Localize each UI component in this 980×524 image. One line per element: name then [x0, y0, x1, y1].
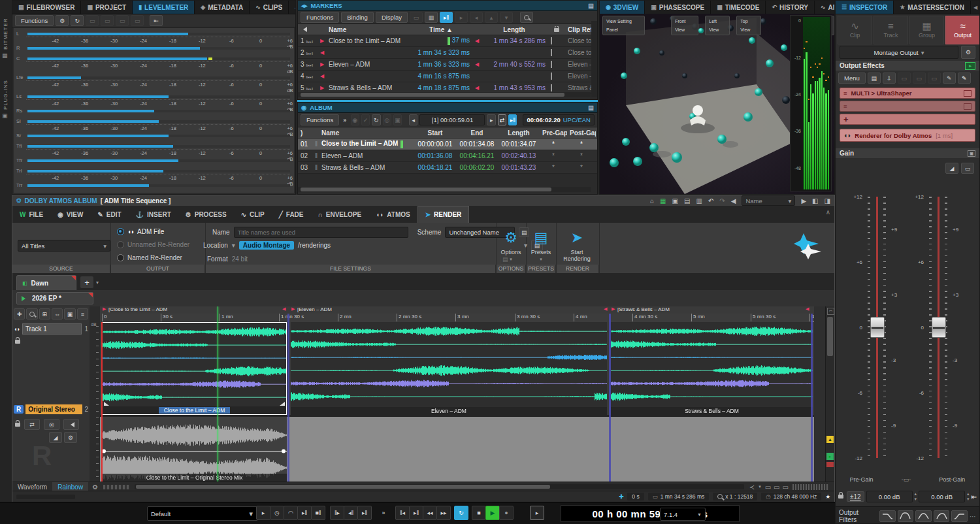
output-unnamed-radio[interactable]: Unnamed Re-Render — [117, 241, 189, 248]
redo-icon[interactable]: ↷ — [719, 197, 725, 205]
transport-play-before-cursor-button[interactable]: ◂‖ — [344, 506, 358, 520]
gain-link-handle-icon[interactable]: -▭- — [902, 476, 911, 483]
layout-left-icon[interactable]: ◧ — [812, 197, 818, 205]
view-mode-icon[interactable]: ▣ — [64, 308, 75, 319]
track2-settings-icon[interactable]: ⚙ — [64, 432, 77, 443]
transport-play-from-selection-button[interactable]: ‖▸ — [330, 506, 344, 520]
transport-more-transport-options-button[interactable]: » — [376, 506, 391, 520]
clone-window-icon[interactable]: ▣ — [672, 197, 678, 205]
location-chip[interactable]: Audio Montage — [239, 241, 294, 250]
effect-slot-empty[interactable]: ≡ — [840, 101, 975, 112]
plugins-rail-label[interactable]: PLUG-INS — [3, 64, 8, 110]
track2-lane[interactable]: Close to the Limit – Original Stereo Mix — [100, 417, 814, 482]
album-prev-title-icon[interactable]: ◂ — [409, 114, 417, 125]
status-scrollbar[interactable] — [16, 495, 75, 499]
tabbar-prev-icon[interactable]: ◀ — [973, 5, 977, 10]
effects-menu-button[interactable]: Menu — [838, 73, 866, 84]
markers-hscrollbar[interactable] — [298, 92, 591, 97]
effect-slot-ultrashaper[interactable]: ≡ MULTI > UltraShaper — [840, 88, 975, 99]
location-dropdown-icon[interactable]: ▾ — [232, 242, 235, 249]
ribbon-tab-clip[interactable]: ∿CLIP — [234, 206, 272, 223]
clip-close-to-the-limit-original-stereo-mix[interactable]: Close to the Limit – Original Stereo Mix — [102, 417, 287, 482]
renderer-dolby-atmos-slot[interactable]: ◖◗ Renderer for Dolby Atmos [1 ms] — [840, 129, 975, 142]
tab-inspector[interactable]: ☰INSPECTOR — [836, 1, 894, 14]
clip-eleven-adm[interactable]: Eleven – ADM — [291, 322, 607, 415]
render-name-input[interactable]: Title names are used — [234, 227, 408, 238]
effects-import-icon[interactable]: ⇩ — [883, 73, 896, 84]
scroll-top-icon[interactable]: ▭ — [827, 308, 834, 315]
view3d-btn-front-view[interactable]: Front View — [671, 16, 698, 35]
album-panel-menu-icon[interactable]: ▤ — [588, 104, 594, 111]
filter-band2-button[interactable] — [915, 510, 932, 522]
plugins-icon[interactable]: ▣ — [2, 112, 8, 119]
album-functions-button[interactable]: Functions — [301, 114, 339, 125]
filter-lowpass-button[interactable] — [879, 510, 896, 522]
levelmeter-functions-button[interactable]: Functions — [15, 15, 54, 26]
gain-lock-icon[interactable] — [838, 495, 843, 499]
track2-speaker-icon[interactable] — [63, 419, 79, 430]
montage-content[interactable]: [Close to the Limit – ADM▶[Eleven – ADM▶… — [100, 306, 814, 482]
inspector-mode-group[interactable]: ▦Group — [909, 16, 944, 44]
view3d-btn-view-setting-panel[interactable]: View Setting Panel — [602, 16, 645, 35]
playhead-cursor[interactable] — [218, 306, 218, 482]
tab-waveform[interactable]: Waveform — [12, 483, 52, 491]
transport-stop-button[interactable]: ■ — [472, 506, 486, 520]
tab-3dview[interactable]: ◉3DVIEW — [600, 1, 645, 14]
effects-edit-icon[interactable]: ✎ — [943, 73, 956, 84]
ribbon-tab-view[interactable]: ◉VIEW — [50, 206, 90, 223]
ruler-menu-icon[interactable]: ≡ — [77, 308, 88, 319]
output-effects-header[interactable]: Output Effects ▸ — [836, 61, 979, 71]
status-favorite-icon[interactable]: ★ — [825, 493, 830, 500]
markers-list-icon[interactable]: ▥ — [425, 12, 438, 23]
split-tool-icon[interactable]: ⊞ — [39, 308, 50, 319]
markers-display-button[interactable]: Display — [376, 12, 408, 23]
view3d-btn-top-view[interactable]: Top View — [736, 16, 761, 35]
transport-stop-at-end-button[interactable]: ■‖ — [311, 506, 325, 520]
ribbon-tab-insert[interactable]: ⚓INSERT — [129, 206, 178, 223]
status-audio-format[interactable]: ◷128 ch 48 000 Hz — [761, 493, 821, 500]
tab-mastersection[interactable]: ★MASTERSECTION — [894, 1, 971, 14]
tab-project[interactable]: ▦PROJECT — [81, 1, 133, 14]
markers-binding-button[interactable]: Binding — [341, 12, 374, 23]
file-save-icon[interactable]: ▤ — [684, 197, 690, 205]
gain-window-icon[interactable]: ▣ — [968, 150, 975, 157]
track1-lane[interactable]: Close to the Limit – ADMEleven – ADMStra… — [100, 322, 814, 415]
transport-play-button[interactable]: ▶ — [485, 506, 500, 520]
pre-gain-value[interactable]: 0.00 dB — [866, 491, 913, 502]
name-dropdown[interactable]: Name▾ — [742, 195, 795, 206]
markers-panel-menu-icon[interactable]: ▤ — [588, 2, 594, 9]
album-row-02[interactable]: 02‖Eleven – ADM00:01:36.0800:04:16.2100:… — [298, 150, 597, 162]
transport-playback-processing-button[interactable]: ▸ — [530, 506, 544, 520]
view3d-scene[interactable]: View Setting PanelFront ViewLeft ViewTop… — [600, 14, 834, 194]
gain-link-icon[interactable]: ▭ — [961, 163, 974, 174]
markers-follow-playback-icon[interactable]: ▸‖ — [440, 12, 453, 23]
output-adm-radio[interactable]: ◖◗ADM File — [117, 228, 164, 235]
album-row-03[interactable]: 03‖Straws & Bells – ADM00:04:18.2100:06:… — [298, 162, 597, 174]
transport-playback-timer-button[interactable]: ◷ — [270, 506, 284, 520]
effect-window-icon[interactable] — [964, 90, 972, 97]
clip-straws-bells-adm[interactable]: Straws & Bells – ADM — [611, 322, 813, 415]
transport-time-display[interactable]: 00 h 00 mn 59 s 041 ms — [561, 505, 740, 522]
meta-badge[interactable]: ▸ — [826, 453, 834, 460]
transport-play-after-cursor-button[interactable]: ▸‖ — [357, 506, 372, 520]
transport-play-shortcut-button[interactable]: ▸ — [256, 506, 270, 520]
marker-row-4[interactable]: 4 ‖▸▸‖◀4 mn 16 s 875 msEleven – ADM — [298, 71, 597, 82]
levelmeter-settings-icon[interactable]: ⚙ — [56, 15, 69, 26]
marker-row-1[interactable]: 1 ‖▸▸‖▶Close to the Limit – ADM37 ms◀1 m… — [298, 35, 597, 47]
transport-record-button[interactable]: ● — [499, 506, 514, 520]
status-anchor-icon[interactable]: ✚ — [619, 493, 623, 500]
inspector-mode-clip[interactable]: ∿Clip — [838, 16, 872, 44]
filters-more-icon[interactable]: ⋯ — [970, 513, 976, 520]
track1-header[interactable]: ◖◗ Track 1 1 — [14, 323, 88, 335]
track1-name[interactable]: Track 1 — [22, 323, 82, 335]
markers-functions-button[interactable]: Functions — [301, 12, 339, 23]
source-dropdown[interactable]: All Titles▾ — [18, 240, 110, 252]
nav-back-icon[interactable]: ◀ — [731, 197, 736, 205]
track2-header[interactable]: R Original Stereo 2 — [14, 404, 88, 414]
clip-close-to-the-limit-adm[interactable]: Close to the Limit – ADM — [102, 322, 287, 415]
tab-phasescope[interactable]: ▣PHASESCOPE — [645, 1, 711, 14]
pre-gain-fader[interactable]: +12+9+6+30-3-6-9-12 — [847, 197, 906, 458]
track2-name[interactable]: Original Stereo — [25, 404, 82, 414]
gain-curve-icon[interactable]: ◢ — [945, 163, 958, 174]
transport-fast-forward-button[interactable]: ▸▸ — [436, 506, 451, 520]
